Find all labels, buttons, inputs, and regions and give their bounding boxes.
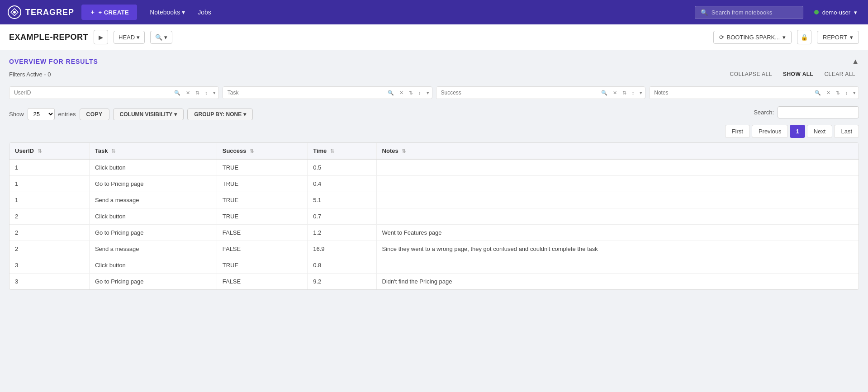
clear-all-button[interactable]: CLEAR ALL: [821, 69, 859, 79]
notes-more-icon[interactable]: ▾: [850, 88, 859, 98]
chevron-down-icon: ▾: [243, 111, 246, 118]
notes-search-icon[interactable]: 🔍: [812, 88, 824, 98]
success-sort-desc-icon[interactable]: ↕: [629, 88, 637, 97]
userid-search-icon[interactable]: 🔍: [171, 88, 183, 98]
plus-icon: ＋: [90, 8, 96, 16]
first-page-button[interactable]: First: [725, 125, 750, 138]
sort-task-icon: ⇅: [111, 148, 115, 154]
create-button[interactable]: ＋ + CREATE: [81, 5, 137, 20]
search-bar[interactable]: 🔍: [695, 6, 803, 19]
success-close-icon[interactable]: ✕: [610, 88, 620, 98]
group-by-button[interactable]: GROUP BY: NONE ▾: [187, 109, 253, 120]
cell-task-6: Click button: [89, 257, 217, 274]
logo-icon: [7, 5, 22, 19]
col-header-userid[interactable]: UserID ⇅: [9, 143, 89, 159]
col-header-task[interactable]: Task ⇅: [89, 143, 217, 159]
notes-filter-input[interactable]: [650, 87, 811, 99]
success-more-icon[interactable]: ▾: [637, 88, 645, 98]
userid-more-icon[interactable]: ▾: [210, 88, 218, 98]
cell-userid-5: 2: [9, 241, 89, 257]
task-search-icon[interactable]: 🔍: [385, 88, 397, 98]
navbar: TERAGREP ＋ + CREATE Notebooks ▾ Jobs 🔍 d…: [0, 0, 868, 24]
show-select[interactable]: 25 50 100: [28, 108, 55, 120]
lock-button[interactable]: 🔒: [797, 30, 811, 44]
data-table: UserID ⇅ Task ⇅ Success ⇅ Time ⇅ Notes ⇅…: [9, 143, 859, 289]
prev-page-button[interactable]: Previous: [752, 125, 788, 138]
entries-label: entries: [58, 111, 76, 118]
chevron-down-icon: ▾: [174, 111, 177, 118]
head-button[interactable]: HEAD ▾: [114, 31, 145, 44]
cell-success-1: TRUE: [217, 176, 307, 192]
cell-userid-0: 1: [9, 159, 89, 176]
cell-notes-4: Went to Features page: [376, 225, 859, 241]
cell-success-6: TRUE: [217, 257, 307, 274]
task-close-icon[interactable]: ✕: [397, 88, 406, 98]
last-page-button[interactable]: Last: [834, 125, 859, 138]
cell-time-7: 9.2: [308, 274, 376, 290]
table-row: 2Go to Pricing pageFALSE1.2Went to Featu…: [9, 225, 859, 241]
nav-notebooks[interactable]: Notebooks ▾: [144, 6, 190, 19]
cell-userid-3: 2: [9, 208, 89, 225]
notes-close-icon[interactable]: ✕: [824, 88, 833, 98]
create-label: + CREATE: [99, 9, 129, 16]
filters-label: Filters Active - 0: [9, 71, 51, 78]
userid-sort-desc-icon[interactable]: ↕: [202, 88, 210, 97]
filter-actions: COLLAPSE ALL SHOW ALL CLEAR ALL: [726, 69, 859, 79]
cell-notes-2: [376, 192, 859, 208]
nav-jobs[interactable]: Jobs: [192, 6, 217, 19]
chevron-down-icon: ▾: [182, 9, 185, 16]
notes-sort-desc-icon[interactable]: ↕: [843, 88, 851, 97]
userid-filter-input[interactable]: [9, 87, 171, 99]
copy-button[interactable]: COPY: [80, 109, 109, 120]
username-label: demo-user: [822, 9, 850, 16]
col-header-time[interactable]: Time ⇅: [308, 143, 376, 159]
user-badge[interactable]: demo-user ▾: [811, 7, 861, 18]
lock-icon: 🔒: [801, 34, 808, 41]
current-page: 1: [790, 125, 805, 138]
userid-close-icon[interactable]: ✕: [183, 88, 193, 98]
chevron-down-icon: ▾: [854, 9, 857, 16]
play-button[interactable]: ▶: [94, 30, 108, 44]
online-dot: [814, 10, 819, 14]
task-filter-input[interactable]: [223, 87, 385, 99]
col-header-success[interactable]: Success ⇅: [217, 143, 307, 159]
task-more-icon[interactable]: ▾: [424, 88, 432, 98]
table-search-row: Search:: [754, 106, 859, 118]
collapse-all-button[interactable]: COLLAPSE ALL: [726, 69, 776, 79]
userid-sort-asc-icon[interactable]: ⇅: [193, 88, 202, 98]
table-search-input[interactable]: [778, 106, 859, 118]
column-visibility-button[interactable]: COLUMN VISIBILITY ▾: [113, 109, 184, 120]
section-header: OVERVIEW FOR RESULTS ▲: [9, 57, 859, 66]
show-label: Show: [9, 111, 24, 118]
next-page-button[interactable]: Next: [807, 125, 833, 138]
collapse-section-button[interactable]: ▲: [852, 57, 859, 66]
cell-task-1: Go to Pricing page: [89, 176, 217, 192]
logo-text: TERAGREP: [25, 8, 74, 17]
task-sort-asc-icon[interactable]: ⇅: [406, 88, 416, 98]
filters-row: Filters Active - 0 COLLAPSE ALL SHOW ALL…: [9, 69, 859, 79]
sort-time-icon: ⇅: [330, 148, 334, 154]
cell-time-0: 0.5: [308, 159, 376, 176]
col-header-notes[interactable]: Notes ⇅: [376, 143, 859, 159]
cell-task-5: Send a message: [89, 241, 217, 257]
report-button[interactable]: REPORT ▾: [817, 31, 859, 44]
success-sort-asc-icon[interactable]: ⇅: [620, 88, 629, 98]
notes-filter: 🔍 ✕ ⇅ ↕ ▾: [649, 86, 859, 99]
cell-userid-7: 3: [9, 274, 89, 290]
booting-button[interactable]: ⟳ BOOTING SPARK... ▾: [713, 31, 792, 44]
search-label: Search:: [754, 109, 774, 116]
cell-notes-1: [376, 176, 859, 192]
success-filter-input[interactable]: [436, 87, 598, 99]
userid-filter: 🔍 ✕ ⇅ ↕ ▾: [9, 86, 219, 99]
search-button[interactable]: 🔍 ▾: [150, 31, 172, 44]
notes-sort-asc-icon[interactable]: ⇅: [833, 88, 843, 98]
success-search-icon[interactable]: 🔍: [598, 88, 610, 98]
sort-notes-icon: ⇅: [402, 148, 406, 154]
task-sort-desc-icon[interactable]: ↕: [416, 88, 424, 97]
cell-success-3: TRUE: [217, 208, 307, 225]
cell-task-3: Click button: [89, 208, 217, 225]
chevron-down-icon: ▾: [164, 34, 167, 41]
show-all-button[interactable]: SHOW ALL: [779, 69, 817, 79]
search-input[interactable]: [711, 9, 797, 16]
cell-userid-1: 1: [9, 176, 89, 192]
